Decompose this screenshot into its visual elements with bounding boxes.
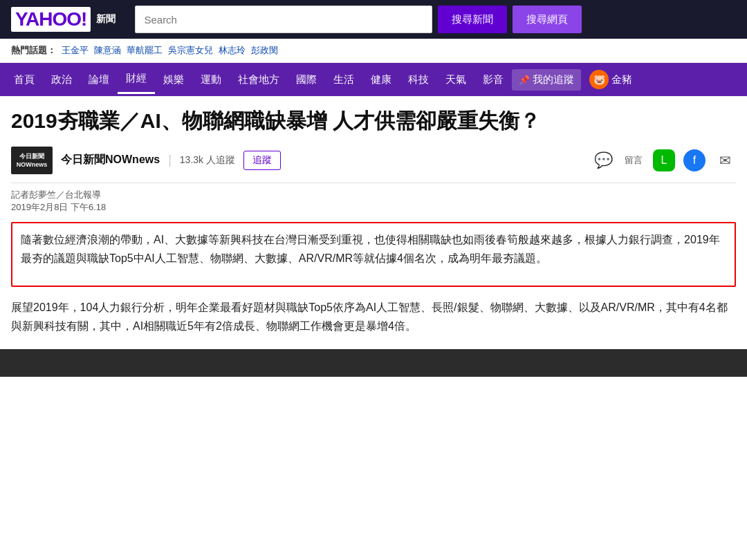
hot-topic-5[interactable]: 彭政閔	[251, 44, 278, 57]
article-title: 2019夯職業／AI、物聯網職缺暴增 人才供需卻嚴重失衡？	[11, 107, 736, 136]
nav-home[interactable]: 首頁	[6, 66, 43, 93]
mail-icon[interactable]: ✉	[714, 149, 736, 171]
nav-finance[interactable]: 財經	[118, 65, 155, 94]
nav-bar: 首頁 政治 論壇 財經 娛樂 運動 社會地方 國際 生活 健康 科技 天氣 影音…	[0, 63, 747, 96]
nav-gold-pig[interactable]: 🐷 金豬	[581, 63, 640, 96]
source-logo-text: 今日新聞NOWnews	[17, 152, 48, 168]
article-container: 2019夯職業／AI、物聯網職缺暴增 人才供需卻嚴重失衡？ 今日新聞NOWnew…	[0, 96, 747, 335]
article-date: 2019年2月8日 下午6.18	[11, 201, 736, 214]
intro-text: 隨著數位經濟浪潮的帶動，AI、大數據等新興科技在台灣日漸受到重視，也使得相關職缺…	[21, 230, 726, 268]
nav-life[interactable]: 生活	[325, 66, 362, 93]
comment-label: 留言	[622, 149, 645, 171]
search-area: 搜尋新聞 搜尋網頁	[135, 6, 736, 33]
hot-topic-3[interactable]: 吳宗憲女兒	[168, 44, 213, 57]
comment-icon[interactable]: 💬	[592, 149, 614, 171]
facebook-icon[interactable]: f	[683, 149, 706, 171]
hot-topic-2[interactable]: 華航罷工	[127, 44, 163, 57]
hot-topics-bar: 熱門話題： 王金平 陳意涵 華航罷工 吳宗憲女兒 林志玲 彭政閔	[0, 39, 747, 63]
source-logo: 今日新聞NOWnews	[11, 147, 53, 174]
body-text: 展望2019年，104人力銀行分析，明年企業最看好題材與職缺Top5依序為AI人…	[11, 298, 736, 335]
hot-topic-0[interactable]: 王金平	[62, 44, 89, 57]
gold-pig-icon: 🐷	[589, 70, 609, 89]
yahoo-logo: YAHOO! 新聞	[11, 7, 116, 32]
source-bar: 今日新聞NOWnews 今日新聞NOWnews | 13.3k 人追蹤 追蹤 💬…	[11, 147, 736, 183]
nav-video[interactable]: 影音	[474, 66, 512, 93]
nav-my-track[interactable]: 📌 我的追蹤	[512, 69, 581, 91]
header-top: YAHOO! 新聞 搜尋新聞 搜尋網頁	[0, 0, 747, 39]
hot-topics-label: 熱門話題：	[11, 44, 56, 57]
yahoo-news-label: 新聞	[96, 13, 116, 26]
article-body: 隨著數位經濟浪潮的帶動，AI、大數據等新興科技在台灣日漸受到重視，也使得相關職缺…	[11, 222, 736, 336]
nav-tech[interactable]: 科技	[400, 66, 437, 93]
social-icons: 💬 留言 L f ✉	[592, 149, 736, 171]
nav-weather[interactable]: 天氣	[437, 66, 474, 93]
reporter-name: 記者彭夢竺／台北報導	[11, 189, 736, 201]
reporter-info: 記者彭夢竺／台北報導 2019年2月8日 下午6.18	[11, 189, 736, 214]
nav-my-track-label: 我的追蹤	[533, 73, 574, 86]
track-icon: 📌	[519, 75, 530, 85]
yahoo-logo-text: YAHOO!	[11, 7, 91, 32]
followers-count: 13.3k 人追蹤	[180, 154, 235, 167]
line-icon[interactable]: L	[653, 149, 675, 171]
search-news-button[interactable]: 搜尋新聞	[438, 6, 507, 33]
nav-local[interactable]: 社會地方	[230, 66, 288, 93]
hot-topic-1[interactable]: 陳意涵	[94, 44, 121, 57]
nav-sports[interactable]: 運動	[192, 66, 230, 93]
nav-politics[interactable]: 政治	[43, 66, 80, 93]
hot-topic-4[interactable]: 林志玲	[219, 44, 246, 57]
nav-gold-pig-label: 金豬	[611, 73, 632, 86]
nav-entertainment[interactable]: 娛樂	[155, 66, 192, 93]
footer-bar	[0, 349, 747, 377]
nav-forum[interactable]: 論壇	[80, 66, 118, 93]
follow-button[interactable]: 追蹤	[243, 151, 281, 170]
search-web-button[interactable]: 搜尋網頁	[513, 6, 582, 33]
source-divider: |	[168, 153, 172, 167]
nav-international[interactable]: 國際	[288, 66, 325, 93]
source-name: 今日新聞NOWnews	[61, 153, 160, 167]
search-input[interactable]	[135, 6, 432, 33]
nav-health[interactable]: 健康	[362, 66, 400, 93]
highlighted-paragraph: 隨著數位經濟浪潮的帶動，AI、大數據等新興科技在台灣日漸受到重視，也使得相關職缺…	[11, 222, 736, 287]
